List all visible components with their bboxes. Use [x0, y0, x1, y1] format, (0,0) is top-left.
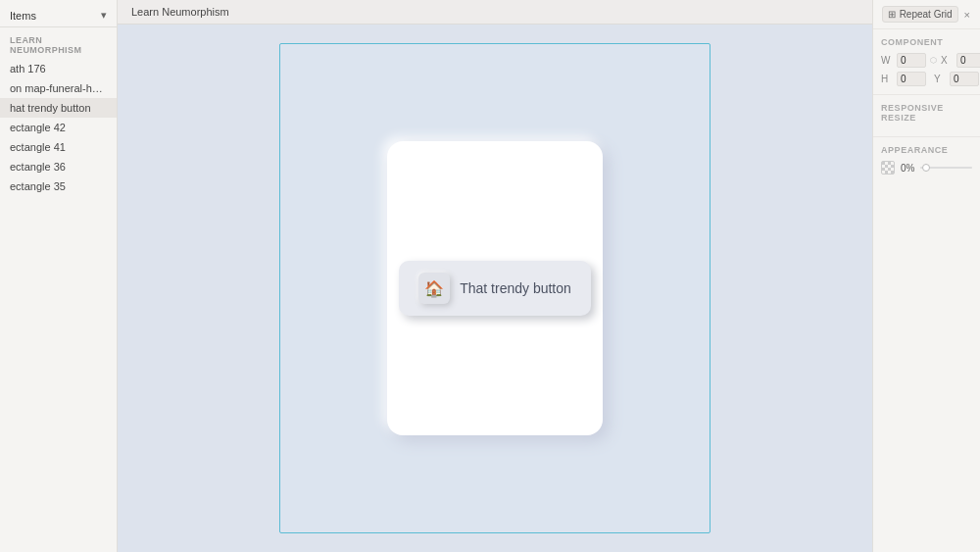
dropdown-label: Items — [10, 10, 36, 22]
panel-top-row: ⊞ Repeat Grid × — [873, 0, 980, 29]
sidebar-dropdown[interactable]: Items ▾ — [0, 4, 117, 27]
left-sidebar: Items ▾ LEARN NEUMORPHISM ath 176 on map… — [0, 0, 118, 552]
canvas-title-bar: Learn Neumorphism — [118, 0, 872, 25]
h-y-row: H Y — [881, 72, 972, 86]
button-label: That trendy button — [460, 280, 571, 296]
sidebar-item-1[interactable]: on map-funeral-home — [0, 78, 117, 98]
h-label: H — [881, 74, 893, 84]
sidebar-item-6[interactable]: ectangle 35 — [0, 176, 117, 196]
sidebar-item-3[interactable]: ectangle 42 — [0, 118, 117, 137]
sidebar-item-0[interactable]: ath 176 — [0, 59, 117, 78]
canvas-workspace[interactable]: 🏠 That trendy button — [118, 25, 872, 552]
sidebar-item-2[interactable]: hat trendy button — [0, 98, 117, 118]
w-label: W — [881, 55, 893, 66]
canvas-title: Learn Neumorphism — [131, 6, 229, 18]
w-x-row: W ⬡ X — [881, 53, 972, 68]
button-icon-box: 🏠 — [418, 273, 450, 304]
opacity-row: 0% — [881, 161, 972, 175]
w-input[interactable] — [897, 53, 926, 68]
panel-close-button[interactable]: × — [962, 9, 972, 21]
repeat-grid-button[interactable]: ⊞ Repeat Grid — [882, 6, 958, 23]
sidebar-item-5[interactable]: ectangle 36 — [0, 157, 117, 176]
responsive-section-title: RESPONSIVE RESIZE — [881, 103, 972, 123]
sidebar-item-4[interactable]: ectangle 41 — [0, 137, 117, 157]
opacity-value: 0% — [901, 163, 914, 174]
opacity-preview — [881, 161, 895, 175]
artboard-frame: 🏠 That trendy button — [279, 43, 710, 533]
right-panel: ⊞ Repeat Grid × COMPONENT W ⬡ X H Y RESP… — [872, 0, 980, 552]
opacity-slider[interactable] — [920, 167, 972, 169]
responsive-section: RESPONSIVE RESIZE — [873, 95, 980, 137]
white-card: 🏠 That trendy button — [387, 141, 603, 435]
chevron-down-icon: ▾ — [101, 9, 107, 22]
repeat-grid-label: Repeat Grid — [900, 9, 953, 20]
component-section-title: COMPONENT — [881, 37, 972, 47]
x-label: X — [941, 55, 953, 66]
grid-icon: ⊞ — [888, 9, 896, 20]
appearance-section-title: APPEARANCE — [881, 145, 972, 155]
neumorphic-button[interactable]: 🏠 That trendy button — [399, 261, 591, 316]
component-section: COMPONENT W ⬡ X H Y — [873, 29, 980, 95]
sidebar-section-title: LEARN NEUMORPHISM — [0, 27, 117, 59]
appearance-section: APPEARANCE 0% — [873, 137, 980, 182]
y-input[interactable] — [950, 72, 979, 86]
divider-icon: ⬡ — [930, 56, 937, 65]
main-canvas: Learn Neumorphism 🏠 That trendy button — [118, 0, 872, 552]
house-icon: 🏠 — [424, 279, 444, 298]
y-label: Y — [934, 74, 946, 84]
x-input[interactable] — [956, 53, 980, 68]
opacity-slider-thumb — [922, 164, 930, 172]
h-input[interactable] — [897, 72, 926, 86]
